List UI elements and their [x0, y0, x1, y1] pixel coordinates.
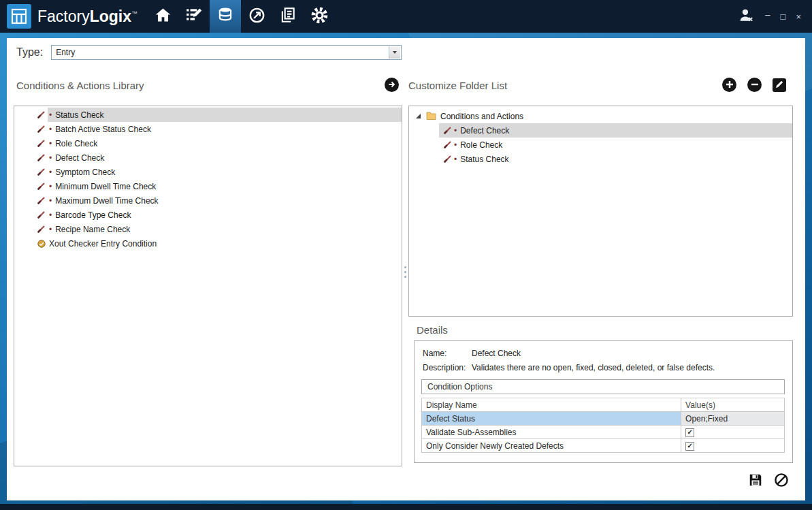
- edit-list-icon: [185, 6, 203, 27]
- library-item[interactable]: •Status Check: [14, 108, 402, 122]
- condition-icon: [441, 155, 454, 163]
- condition-icon: [441, 140, 454, 149]
- type-dropdown[interactable]: Entry: [51, 45, 402, 60]
- library-item-text: •Barcode Type Check: [48, 208, 402, 222]
- bottom-actions: [748, 473, 789, 490]
- tree-item[interactable]: •Status Check: [409, 152, 792, 166]
- remove-folder-button[interactable]: [747, 78, 762, 92]
- cell-value[interactable]: Open;Fixed: [681, 412, 785, 426]
- list-item-label: Batch Active Status Check: [55, 125, 151, 134]
- library-item[interactable]: •Batch Active Status Check: [14, 122, 402, 136]
- type-row: Type: Entry: [16, 45, 402, 60]
- maximize-button[interactable]: □: [781, 12, 786, 21]
- app-window: FactoryLogix™ –: [0, 0, 812, 510]
- panel-splitter[interactable]: [404, 260, 407, 283]
- tree-children: •Defect Check•Role Check•Status Check: [409, 123, 792, 166]
- nav-settings-button[interactable]: [304, 0, 335, 33]
- description-value: Validates there are no open, fixed, clos…: [472, 363, 715, 372]
- bullet-icon: •: [454, 155, 457, 164]
- navigate-icon: [248, 6, 266, 27]
- bullet-icon: •: [49, 139, 52, 148]
- bullet-icon: •: [49, 210, 52, 220]
- tree-item[interactable]: •Defect Check: [409, 123, 792, 138]
- library-item[interactable]: •Minimum Dwell Time Check: [14, 179, 402, 193]
- condition-icon: [35, 110, 48, 119]
- library-item[interactable]: Xout Checker Entry Condition: [14, 236, 402, 251]
- library-item[interactable]: •Maximum Dwell Time Check: [14, 193, 402, 208]
- cancel-button[interactable]: [774, 473, 789, 490]
- save-button[interactable]: [748, 473, 763, 490]
- condition-options-header: Condition Options: [421, 379, 785, 394]
- nav-documents-button[interactable]: [272, 0, 304, 33]
- cell-display-name[interactable]: Only Consider Newly Created Defects: [422, 439, 681, 453]
- tree-root-node[interactable]: Conditions and Actions: [409, 109, 792, 123]
- library-database-icon: [216, 6, 234, 27]
- condition-icon: [441, 126, 454, 135]
- folder-toolbar: [722, 78, 786, 92]
- name-value: Defect Check: [472, 349, 521, 358]
- list-item-label: Role Check: [55, 139, 97, 148]
- window-controls: – □ ×: [738, 7, 812, 27]
- cell-display-name[interactable]: Validate Sub-Assemblies: [422, 426, 681, 439]
- cell-value[interactable]: ✓: [681, 426, 785, 439]
- user-x-icon: [738, 7, 755, 27]
- list-item-label: Symptom Check: [55, 168, 115, 177]
- bullet-icon: •: [454, 140, 457, 150]
- library-item[interactable]: •Symptom Check: [14, 165, 402, 179]
- cell-display-name[interactable]: Defect Status: [422, 412, 681, 426]
- nav-edit-list-button[interactable]: [178, 0, 210, 33]
- home-icon: [154, 6, 172, 27]
- close-button[interactable]: ×: [796, 12, 801, 21]
- arrow-right-icon: [388, 80, 396, 90]
- tree-item[interactable]: •Role Check: [409, 138, 792, 152]
- documents-icon: [279, 6, 297, 27]
- chevron-down-icon: [393, 51, 397, 54]
- library-item[interactable]: •Defect Check: [14, 150, 402, 165]
- plus-icon: [726, 80, 734, 90]
- nav-home-button[interactable]: [147, 0, 178, 33]
- condition-icon: [35, 196, 48, 205]
- tree-expander-icon[interactable]: [416, 114, 421, 118]
- library-item[interactable]: •Recipe Name Check: [14, 222, 402, 236]
- list-item-label: Xout Checker Entry Condition: [49, 239, 157, 249]
- details-meta: Name: Defect Check Description: Validate…: [415, 341, 792, 372]
- settings-gear-icon: [310, 5, 329, 28]
- xout-checker-icon: [35, 239, 48, 249]
- library-item-text: Xout Checker Entry Condition: [48, 236, 402, 251]
- condition-options-table: Display NameValue(s) Defect StatusOpen;F…: [421, 398, 785, 453]
- list-item-label: Maximum Dwell Time Check: [55, 196, 158, 206]
- library-item-text: •Minimum Dwell Time Check: [48, 179, 402, 193]
- bullet-icon: •: [49, 225, 52, 234]
- tree-root-label: Conditions and Actions: [440, 112, 523, 121]
- library-item-text: •Recipe Name Check: [48, 222, 402, 236]
- list-item-label: Minimum Dwell Time Check: [55, 182, 156, 191]
- checkbox[interactable]: ✓: [685, 428, 694, 437]
- nav-library-button[interactable]: [210, 0, 241, 33]
- condition-icon: [35, 168, 48, 176]
- library-item[interactable]: •Role Check: [14, 136, 402, 150]
- pencil-icon: [775, 79, 783, 91]
- main-content: Type: Entry Conditions & Actions Library…: [7, 38, 805, 500]
- cell-value[interactable]: ✓: [681, 439, 785, 453]
- library-item-text: •Defect Check: [48, 150, 402, 165]
- frame-bottom-strip: [0, 504, 812, 510]
- minimize-button[interactable]: –: [765, 10, 770, 19]
- add-folder-button[interactable]: [722, 78, 736, 92]
- nav-navigate-button[interactable]: [241, 0, 272, 33]
- checkbox[interactable]: ✓: [685, 442, 694, 451]
- dropdown-arrow-button[interactable]: [389, 46, 400, 59]
- list-item-label: Role Check: [460, 140, 502, 150]
- folder-icon: [426, 111, 436, 122]
- factorylogix-logo-icon: [7, 4, 31, 29]
- library-item[interactable]: •Barcode Type Check: [14, 208, 402, 222]
- user-logout-button[interactable]: [738, 7, 755, 27]
- table-row[interactable]: Only Consider Newly Created Defects✓: [422, 439, 785, 453]
- edit-folder-button[interactable]: [773, 78, 786, 92]
- library-item-text: •Symptom Check: [48, 165, 402, 179]
- condition-icon: [35, 139, 48, 148]
- list-item-label: Barcode Type Check: [55, 210, 131, 220]
- move-to-folder-button[interactable]: [385, 78, 399, 92]
- table-row[interactable]: Validate Sub-Assemblies✓: [422, 426, 785, 439]
- table-row[interactable]: Defect StatusOpen;Fixed: [422, 412, 785, 426]
- library-item-text: •Status Check: [48, 108, 402, 122]
